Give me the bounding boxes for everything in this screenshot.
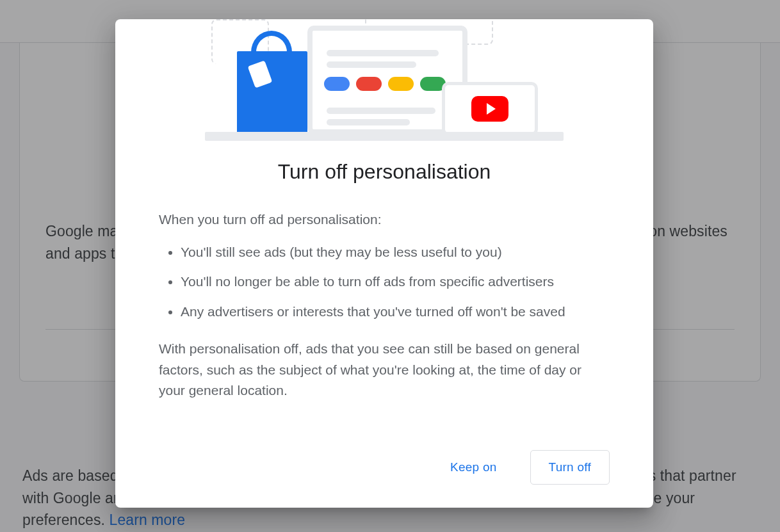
turn-off-personalisation-dialog: Turn off personalisation When you turn o… xyxy=(115,19,653,508)
dialog-hero-illustration xyxy=(115,19,653,141)
dialog-bullet-item: Any advertisers or interests that you've… xyxy=(181,302,610,323)
dialog-bullet-item: You'll no longer be able to turn off ads… xyxy=(181,271,610,293)
dialog-actions: Keep on Turn off xyxy=(115,427,653,508)
dialog-bullet-list: You'll still see ads (but they may be le… xyxy=(159,242,610,323)
keep-on-button[interactable]: Keep on xyxy=(432,451,515,484)
youtube-icon xyxy=(471,96,508,122)
google-colors-icon xyxy=(324,77,446,91)
dialog-title: Turn off personalisation xyxy=(159,160,610,184)
turn-off-button[interactable]: Turn off xyxy=(530,450,610,485)
shopping-bag-icon xyxy=(237,51,307,134)
dialog-bullet-item: You'll still see ads (but they may be le… xyxy=(181,242,610,263)
dialog-body: When you turn off ad personalisation: Yo… xyxy=(159,209,610,401)
illustration-base xyxy=(205,132,564,141)
dialog-intro-text: When you turn off ad personalisation: xyxy=(159,209,610,230)
page-root: s Google makes your ads more useful on G… xyxy=(0,0,780,532)
dialog-scroll-area[interactable]: Turn off personalisation When you turn o… xyxy=(115,19,653,427)
price-tag-icon xyxy=(248,60,273,88)
dialog-outro-text: With personalisation off, ads that you s… xyxy=(159,339,610,401)
phone-icon xyxy=(442,82,538,136)
